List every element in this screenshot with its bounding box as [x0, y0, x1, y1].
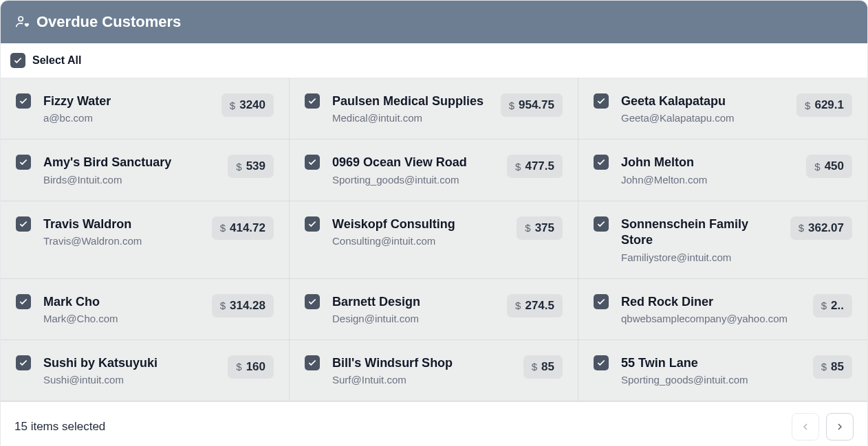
customer-card[interactable]: Paulsen Medical SuppliesMedical@intuit.c… [290, 78, 578, 140]
customer-checkbox[interactable] [305, 93, 320, 109]
customer-card[interactable]: Amy's Bird SanctuaryBirds@Intuit.com$539 [1, 140, 290, 201]
customer-checkbox[interactable] [305, 155, 320, 170]
amount-badge: $314.28 [212, 294, 274, 317]
amount-value: 85 [831, 360, 844, 374]
customer-card[interactable]: Sonnenschein Family StoreFamiliystore@in… [578, 201, 867, 279]
amount-badge: $477.5 [507, 155, 563, 178]
customer-checkbox[interactable] [594, 355, 609, 370]
customer-checkbox[interactable] [305, 355, 320, 370]
customer-text: Weiskopf ConsultingConsulting@intuit.com [332, 216, 508, 247]
customer-name: Sushi by Katsuyuki [43, 355, 219, 371]
customer-checkbox[interactable] [305, 294, 320, 309]
dollar-icon: $ [515, 161, 521, 172]
dollar-icon: $ [236, 361, 241, 372]
customer-email: Consulting@intuit.com [332, 235, 508, 247]
customer-card[interactable]: Weiskopf ConsultingConsulting@intuit.com… [290, 201, 578, 279]
customer-text: Barnett DesignDesign@intuit.com [332, 294, 499, 324]
customer-name: Barnett Design [332, 294, 499, 310]
customer-email: Sporting_goods@intuit.com [332, 174, 499, 186]
customer-content: 0969 Ocean View RoadSporting_goods@intui… [332, 155, 563, 185]
customer-email: a@bc.com [43, 112, 213, 124]
customer-card[interactable]: John MeltonJohn@Melton.com$450 [578, 140, 867, 201]
select-all-checkbox[interactable] [10, 53, 25, 68]
amount-badge: $414.72 [212, 216, 274, 240]
customer-name: Mark Cho [43, 294, 204, 310]
prev-page-button[interactable] [792, 413, 819, 441]
customer-content: John MeltonJohn@Melton.com$450 [621, 155, 852, 185]
customer-email: qbwebsamplecompany@yahoo.com [621, 313, 805, 324]
customer-content: Paulsen Medical SuppliesMedical@intuit.c… [332, 93, 563, 124]
customer-card[interactable]: Red Rock Dinerqbwebsamplecompany@yahoo.c… [578, 279, 867, 340]
customer-content: Mark ChoMark@Cho.com$314.28 [43, 294, 274, 324]
customer-content: Geeta KalapatapuGeeta@Kalapatapu.com$629… [621, 93, 852, 124]
amount-badge: $539 [228, 155, 274, 178]
customer-email: Sporting_goods@intuit.com [621, 374, 805, 386]
customer-card[interactable]: Mark ChoMark@Cho.com$314.28 [1, 279, 290, 340]
customer-card[interactable]: Fizzy Watera@bc.com$3240 [1, 78, 290, 140]
dollar-icon: $ [805, 100, 810, 111]
customer-card[interactable]: 0969 Ocean View RoadSporting_goods@intui… [290, 140, 578, 201]
customer-text: 0969 Ocean View RoadSporting_goods@intui… [332, 155, 499, 185]
customer-name: Amy's Bird Sanctuary [43, 155, 219, 170]
amount-badge: $274.5 [507, 294, 563, 317]
customer-email: Geeta@Kalapatapu.com [621, 112, 788, 124]
customer-name: 0969 Ocean View Road [332, 155, 499, 170]
customer-content: Travis WaldronTravis@Waldron.com$414.72 [43, 216, 274, 247]
customer-checkbox[interactable] [305, 216, 320, 232]
customer-checkbox[interactable] [594, 216, 609, 232]
pagination-nav [792, 413, 854, 441]
customer-name: Paulsen Medical Supplies [332, 93, 492, 109]
dollar-icon: $ [220, 300, 226, 311]
customer-name: Sonnenschein Family Store [621, 216, 782, 249]
customer-name: Fizzy Water [43, 93, 213, 109]
customer-card[interactable]: Bill's Windsurf ShopSurf@Intuit.com$85 [290, 340, 578, 401]
customer-text: John MeltonJohn@Melton.com [621, 155, 798, 185]
amount-badge: $450 [806, 155, 852, 178]
panel-footer: 15 items selected [1, 401, 867, 446]
amount-value: 414.72 [230, 221, 265, 235]
dollar-icon: $ [230, 100, 235, 111]
customer-checkbox[interactable] [16, 155, 31, 170]
customer-text: Travis WaldronTravis@Waldron.com [43, 216, 204, 247]
customer-checkbox[interactable] [594, 155, 609, 170]
customer-card[interactable]: Barnett DesignDesign@intuit.com$274.5 [290, 279, 578, 340]
customer-email: Design@intuit.com [332, 313, 499, 324]
amount-value: 85 [541, 360, 554, 374]
customer-content: Sushi by KatsuyukiSushi@intuit.com$160 [43, 355, 274, 386]
customer-text: Mark ChoMark@Cho.com [43, 294, 204, 324]
dollar-icon: $ [509, 100, 514, 111]
customer-content: Bill's Windsurf ShopSurf@Intuit.com$85 [332, 355, 563, 386]
customer-text: 55 Twin LaneSporting_goods@intuit.com [621, 355, 805, 386]
customer-content: Weiskopf ConsultingConsulting@intuit.com… [332, 216, 563, 247]
customer-content: Fizzy Watera@bc.com$3240 [43, 93, 274, 124]
customer-card[interactable]: Geeta KalapatapuGeeta@Kalapatapu.com$629… [578, 78, 867, 140]
customer-checkbox[interactable] [16, 93, 31, 109]
customer-content: Amy's Bird SanctuaryBirds@Intuit.com$539 [43, 155, 274, 185]
dollar-icon: $ [220, 222, 226, 234]
customer-checkbox[interactable] [594, 294, 609, 309]
select-all-label: Select All [32, 54, 81, 67]
dollar-icon: $ [821, 361, 827, 372]
next-page-button[interactable] [826, 413, 854, 441]
amount-badge: $3240 [221, 93, 274, 117]
select-all-bar: Select All [1, 43, 867, 78]
customer-card[interactable]: Travis WaldronTravis@Waldron.com$414.72 [1, 201, 290, 279]
customer-card[interactable]: 55 Twin LaneSporting_goods@intuit.com$85 [578, 340, 867, 401]
customer-email: Familiystore@intuit.com [621, 252, 782, 263]
amount-value: 362.07 [808, 221, 844, 235]
customer-text: Red Rock Dinerqbwebsamplecompany@yahoo.c… [621, 294, 805, 324]
customer-checkbox[interactable] [16, 294, 31, 309]
customer-checkbox[interactable] [16, 355, 31, 370]
customer-checkbox[interactable] [594, 93, 609, 109]
amount-value: 2.. [831, 299, 844, 313]
amount-value: 954.75 [519, 98, 554, 112]
customer-content: 55 Twin LaneSporting_goods@intuit.com$85 [621, 355, 852, 386]
customer-text: Amy's Bird SanctuaryBirds@Intuit.com [43, 155, 219, 185]
customer-card[interactable]: Sushi by KatsuyukiSushi@intuit.com$160 [1, 340, 290, 401]
customer-checkbox[interactable] [16, 216, 31, 232]
amount-badge: $375 [517, 216, 563, 240]
amount-value: 375 [535, 221, 554, 235]
amount-value: 3240 [239, 98, 265, 112]
amount-value: 160 [246, 360, 265, 374]
amount-badge: $160 [228, 355, 274, 379]
